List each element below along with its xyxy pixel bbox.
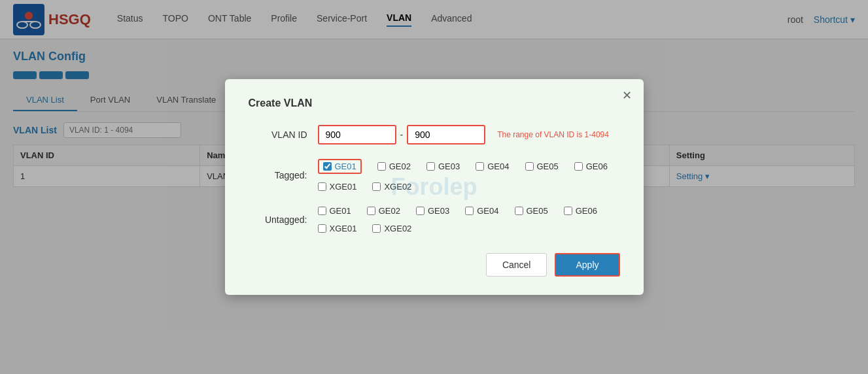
vlan-id-separator: -	[400, 129, 404, 140]
tagged-checkbox-group: GE01 GE02 GE03 GE04 GE05	[318, 159, 620, 192]
tagged-xge02-label: XGE02	[384, 182, 411, 192]
vlan-id-row: VLAN ID - The range of VLAN ID is 1-4094	[249, 125, 620, 144]
tagged-ge06-checkbox[interactable]	[574, 162, 583, 171]
tagged-ge05-item[interactable]: GE05	[525, 159, 559, 174]
vlan-id-from-input[interactable]	[318, 125, 396, 144]
create-vlan-modal: Create VLAN ✕ VLAN ID - The range of VLA…	[225, 79, 644, 197]
tagged-xge01-checkbox[interactable]	[318, 182, 326, 191]
tagged-xge02-checkbox[interactable]	[372, 182, 381, 191]
tagged-ge03-label: GE03	[438, 162, 460, 171]
tagged-ge01-item[interactable]: GE01	[318, 159, 362, 174]
tagged-row: Tagged: GE01 GE02 GE03 GE04	[249, 159, 620, 192]
tagged-xge01-item[interactable]: XGE01	[318, 182, 357, 192]
modal-overlay: Create VLAN ✕ VLAN ID - The range of VLA…	[0, 0, 868, 197]
modal-close-button[interactable]: ✕	[622, 88, 632, 103]
tagged-ge04-checkbox[interactable]	[476, 162, 484, 171]
tagged-ge01-label: GE01	[335, 162, 356, 171]
vlan-id-to-input[interactable]	[407, 125, 485, 144]
tagged-ge06-item[interactable]: GE06	[574, 159, 608, 174]
vlan-id-group: - The range of VLAN ID is 1-4094	[318, 125, 609, 144]
tagged-xge01-label: XGE01	[330, 182, 357, 192]
tagged-ge04-label: GE04	[487, 162, 509, 171]
tagged-ge04-item[interactable]: GE04	[476, 159, 509, 174]
tagged-ge06-label: GE06	[586, 162, 608, 171]
tagged-ge03-item[interactable]: GE03	[426, 159, 460, 174]
tagged-ge02-item[interactable]: GE02	[377, 159, 411, 174]
tagged-ge02-label: GE02	[389, 162, 411, 171]
tagged-ge01-checkbox[interactable]	[323, 162, 332, 171]
tagged-ge03-checkbox[interactable]	[426, 162, 435, 171]
tagged-ge05-checkbox[interactable]	[525, 162, 534, 171]
tagged-xge02-item[interactable]: XGE02	[372, 182, 411, 192]
tagged-ge05-label: GE05	[537, 162, 559, 171]
tagged-label: Tagged:	[249, 170, 307, 180]
tagged-ge02-checkbox[interactable]	[377, 162, 386, 171]
vlan-range-hint: The range of VLAN ID is 1-4094	[497, 130, 609, 139]
vlan-id-label: VLAN ID	[249, 129, 307, 140]
modal-title: Create VLAN	[249, 97, 620, 109]
